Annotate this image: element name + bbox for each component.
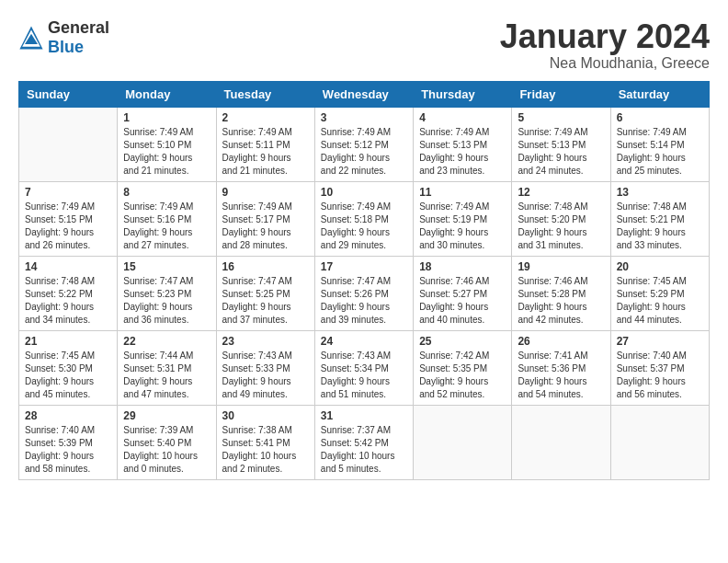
day-number: 6 (617, 111, 703, 124)
day-number: 23 (222, 335, 309, 348)
day-sun-info: Sunrise: 7:47 AMSunset: 5:25 PMDaylight:… (222, 275, 309, 327)
day-number: 26 (518, 335, 604, 348)
calendar-day-cell: 2Sunrise: 7:49 AMSunset: 5:11 PMDaylight… (216, 107, 314, 181)
calendar-day-cell: 3Sunrise: 7:49 AMSunset: 5:12 PMDaylight… (314, 107, 413, 181)
calendar-day-cell: 7Sunrise: 7:49 AMSunset: 5:15 PMDaylight… (19, 181, 118, 256)
logo-general-text: General (48, 18, 109, 37)
day-sun-info: Sunrise: 7:43 AMSunset: 5:33 PMDaylight:… (222, 350, 309, 401)
day-sun-info: Sunrise: 7:42 AMSunset: 5:35 PMDaylight:… (419, 350, 506, 401)
day-sun-info: Sunrise: 7:43 AMSunset: 5:34 PMDaylight:… (321, 350, 407, 401)
day-number: 24 (321, 335, 407, 348)
day-sun-info: Sunrise: 7:49 AMSunset: 5:17 PMDaylight:… (222, 201, 309, 252)
day-sun-info: Sunrise: 7:45 AMSunset: 5:30 PMDaylight:… (25, 350, 111, 401)
day-number: 30 (222, 409, 309, 422)
calendar-day-cell (19, 107, 118, 181)
logo-icon (18, 25, 44, 51)
weekday-header-saturday: Saturday (610, 81, 709, 107)
calendar-day-cell: 27Sunrise: 7:40 AMSunset: 5:37 PMDayligh… (610, 330, 709, 405)
logo-blue-text: Blue (48, 38, 84, 56)
day-number: 14 (25, 260, 111, 273)
day-number: 7 (25, 186, 111, 199)
calendar-day-cell: 25Sunrise: 7:42 AMSunset: 5:35 PMDayligh… (414, 330, 512, 405)
day-sun-info: Sunrise: 7:47 AMSunset: 5:23 PMDaylight:… (123, 275, 210, 327)
day-sun-info: Sunrise: 7:49 AMSunset: 5:15 PMDaylight:… (25, 201, 111, 252)
day-sun-info: Sunrise: 7:48 AMSunset: 5:22 PMDaylight:… (25, 275, 111, 327)
calendar-day-cell: 11Sunrise: 7:49 AMSunset: 5:19 PMDayligh… (414, 181, 512, 256)
weekday-header-monday: Monday (118, 81, 216, 107)
calendar-day-cell: 19Sunrise: 7:46 AMSunset: 5:28 PMDayligh… (512, 256, 610, 330)
day-sun-info: Sunrise: 7:41 AMSunset: 5:36 PMDaylight:… (518, 350, 604, 401)
calendar-day-cell (512, 405, 610, 479)
calendar-week-row: 7Sunrise: 7:49 AMSunset: 5:15 PMDaylight… (19, 181, 710, 256)
day-number: 22 (123, 335, 210, 348)
calendar-day-cell: 12Sunrise: 7:48 AMSunset: 5:20 PMDayligh… (512, 181, 610, 256)
location-title: Nea Moudhania, Greece (500, 55, 710, 72)
day-number: 18 (419, 260, 506, 273)
day-number: 29 (123, 409, 210, 422)
day-sun-info: Sunrise: 7:46 AMSunset: 5:28 PMDaylight:… (518, 275, 604, 327)
calendar-table: SundayMondayTuesdayWednesdayThursdayFrid… (18, 81, 710, 480)
calendar-header-row: SundayMondayTuesdayWednesdayThursdayFrid… (19, 81, 710, 107)
calendar-day-cell: 4Sunrise: 7:49 AMSunset: 5:13 PMDaylight… (414, 107, 512, 181)
day-number: 3 (321, 111, 407, 124)
calendar-day-cell: 28Sunrise: 7:40 AMSunset: 5:39 PMDayligh… (19, 405, 118, 479)
day-sun-info: Sunrise: 7:38 AMSunset: 5:41 PMDaylight:… (222, 424, 309, 476)
weekday-header-friday: Friday (512, 81, 610, 107)
day-number: 5 (518, 111, 604, 124)
day-number: 1 (123, 111, 210, 124)
calendar-week-row: 14Sunrise: 7:48 AMSunset: 5:22 PMDayligh… (19, 256, 710, 330)
calendar-day-cell (414, 405, 512, 479)
calendar-day-cell: 10Sunrise: 7:49 AMSunset: 5:18 PMDayligh… (314, 181, 413, 256)
day-number: 19 (518, 260, 604, 273)
logo: General Blue (18, 18, 109, 57)
day-sun-info: Sunrise: 7:49 AMSunset: 5:16 PMDaylight:… (123, 201, 210, 252)
day-number: 20 (617, 260, 703, 273)
day-sun-info: Sunrise: 7:49 AMSunset: 5:13 PMDaylight:… (518, 126, 604, 178)
day-sun-info: Sunrise: 7:49 AMSunset: 5:11 PMDaylight:… (222, 126, 309, 178)
calendar-day-cell: 24Sunrise: 7:43 AMSunset: 5:34 PMDayligh… (314, 330, 413, 405)
day-sun-info: Sunrise: 7:49 AMSunset: 5:12 PMDaylight:… (321, 126, 407, 178)
weekday-header-sunday: Sunday (19, 81, 118, 107)
calendar-day-cell: 31Sunrise: 7:37 AMSunset: 5:42 PMDayligh… (314, 405, 413, 479)
day-number: 8 (123, 186, 210, 199)
calendar-day-cell: 8Sunrise: 7:49 AMSunset: 5:16 PMDaylight… (118, 181, 216, 256)
calendar-day-cell: 20Sunrise: 7:45 AMSunset: 5:29 PMDayligh… (610, 256, 709, 330)
day-sun-info: Sunrise: 7:48 AMSunset: 5:21 PMDaylight:… (617, 201, 703, 252)
calendar-day-cell: 13Sunrise: 7:48 AMSunset: 5:21 PMDayligh… (610, 181, 709, 256)
day-sun-info: Sunrise: 7:49 AMSunset: 5:10 PMDaylight:… (123, 126, 210, 178)
calendar-day-cell: 16Sunrise: 7:47 AMSunset: 5:25 PMDayligh… (216, 256, 314, 330)
calendar-week-row: 28Sunrise: 7:40 AMSunset: 5:39 PMDayligh… (19, 405, 710, 479)
day-number: 17 (321, 260, 407, 273)
day-sun-info: Sunrise: 7:44 AMSunset: 5:31 PMDaylight:… (123, 350, 210, 401)
day-sun-info: Sunrise: 7:47 AMSunset: 5:26 PMDaylight:… (321, 275, 407, 327)
day-sun-info: Sunrise: 7:45 AMSunset: 5:29 PMDaylight:… (617, 275, 703, 327)
calendar-day-cell: 1Sunrise: 7:49 AMSunset: 5:10 PMDaylight… (118, 107, 216, 181)
day-number: 4 (419, 111, 506, 124)
weekday-header-thursday: Thursday (414, 81, 512, 107)
calendar-day-cell: 14Sunrise: 7:48 AMSunset: 5:22 PMDayligh… (19, 256, 118, 330)
day-number: 25 (419, 335, 506, 348)
day-number: 21 (25, 335, 111, 348)
day-sun-info: Sunrise: 7:39 AMSunset: 5:40 PMDaylight:… (123, 424, 210, 476)
calendar-day-cell: 18Sunrise: 7:46 AMSunset: 5:27 PMDayligh… (414, 256, 512, 330)
weekday-header-wednesday: Wednesday (314, 81, 413, 107)
calendar-day-cell: 21Sunrise: 7:45 AMSunset: 5:30 PMDayligh… (19, 330, 118, 405)
calendar-day-cell: 30Sunrise: 7:38 AMSunset: 5:41 PMDayligh… (216, 405, 314, 479)
page-header: General Blue January 2024 Nea Moudhania,… (18, 18, 710, 72)
calendar-day-cell: 26Sunrise: 7:41 AMSunset: 5:36 PMDayligh… (512, 330, 610, 405)
calendar-day-cell: 6Sunrise: 7:49 AMSunset: 5:14 PMDaylight… (610, 107, 709, 181)
day-sun-info: Sunrise: 7:37 AMSunset: 5:42 PMDaylight:… (321, 424, 407, 476)
day-sun-info: Sunrise: 7:49 AMSunset: 5:18 PMDaylight:… (321, 201, 407, 252)
day-sun-info: Sunrise: 7:40 AMSunset: 5:37 PMDaylight:… (617, 350, 703, 401)
calendar-day-cell: 5Sunrise: 7:49 AMSunset: 5:13 PMDaylight… (512, 107, 610, 181)
day-sun-info: Sunrise: 7:49 AMSunset: 5:19 PMDaylight:… (419, 201, 506, 252)
calendar-day-cell: 23Sunrise: 7:43 AMSunset: 5:33 PMDayligh… (216, 330, 314, 405)
calendar-day-cell: 22Sunrise: 7:44 AMSunset: 5:31 PMDayligh… (118, 330, 216, 405)
day-number: 28 (25, 409, 111, 422)
day-number: 27 (617, 335, 703, 348)
calendar-week-row: 1Sunrise: 7:49 AMSunset: 5:10 PMDaylight… (19, 107, 710, 181)
day-number: 2 (222, 111, 309, 124)
month-title: January 2024 (500, 18, 710, 55)
title-section: January 2024 Nea Moudhania, Greece (500, 18, 710, 72)
day-sun-info: Sunrise: 7:49 AMSunset: 5:14 PMDaylight:… (617, 126, 703, 178)
